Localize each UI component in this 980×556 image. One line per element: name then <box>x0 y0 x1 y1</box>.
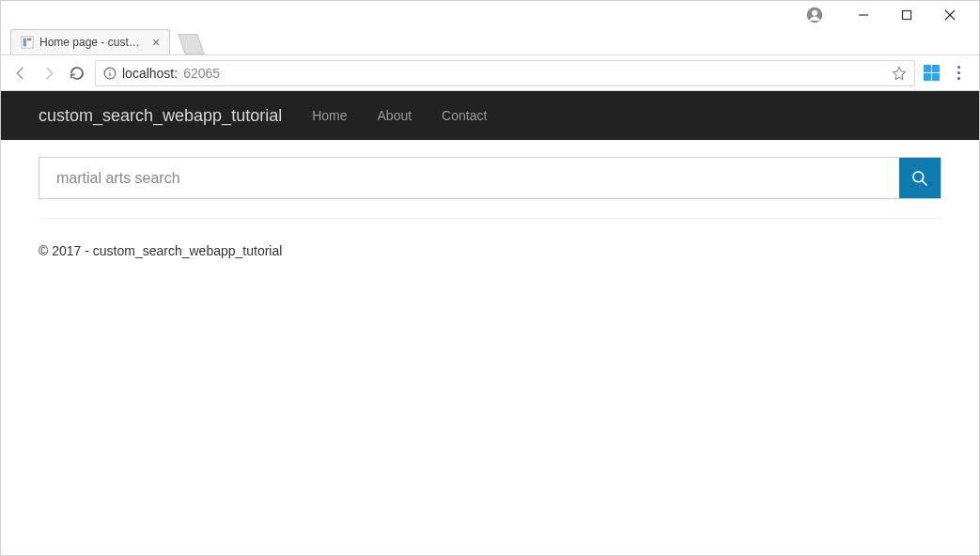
browser-tab-bar: Home page - custom_se… × <box>1 29 979 55</box>
window-controls <box>1 1 979 29</box>
forward-button[interactable] <box>39 63 59 84</box>
nav-link-contact[interactable]: Contact <box>442 108 487 123</box>
search-row <box>39 157 941 199</box>
browser-tab[interactable]: Home page - custom_se… × <box>10 29 170 54</box>
address-bar[interactable]: localhost:62065 <box>95 60 915 86</box>
divider <box>39 218 941 219</box>
windows-logo-icon[interactable] <box>923 65 940 82</box>
svg-point-1 <box>812 10 817 16</box>
search-input[interactable] <box>39 158 899 198</box>
svg-point-12 <box>913 171 924 181</box>
browser-toolbar: localhost:62065 <box>1 55 979 91</box>
svg-rect-8 <box>27 39 31 41</box>
page-favicon <box>21 36 34 49</box>
user-account-icon[interactable] <box>793 1 836 29</box>
url-port: 62065 <box>183 66 220 81</box>
reload-button[interactable] <box>67 63 87 84</box>
nav-link-home[interactable]: Home <box>312 108 347 123</box>
close-window-button[interactable] <box>928 1 972 29</box>
page-body: © 2017 - custom_search_webapp_tutorial <box>1 140 979 275</box>
back-button[interactable] <box>10 63 31 84</box>
site-navbar: custom_search_webapp_tutorial Home About… <box>1 91 979 140</box>
new-tab-button[interactable] <box>179 34 205 54</box>
tab-title: Home page - custom_se… <box>39 36 143 49</box>
tab-close-icon[interactable]: × <box>152 35 160 50</box>
brand-title[interactable]: custom_search_webapp_tutorial <box>39 106 282 126</box>
browser-menu-button[interactable] <box>947 66 970 80</box>
svg-rect-3 <box>903 11 911 20</box>
maximize-button[interactable] <box>885 1 928 29</box>
search-button[interactable] <box>899 158 941 198</box>
site-info-icon[interactable] <box>103 67 117 80</box>
footer-text: © 2017 - custom_search_webapp_tutorial <box>39 243 941 258</box>
bookmark-star-icon[interactable] <box>892 66 907 81</box>
svg-rect-7 <box>23 39 27 47</box>
search-icon <box>910 169 929 188</box>
url-host: localhost: <box>122 66 178 81</box>
svg-line-13 <box>923 180 927 185</box>
minimize-button[interactable] <box>842 1 885 29</box>
nav-link-about[interactable]: About <box>378 108 412 123</box>
